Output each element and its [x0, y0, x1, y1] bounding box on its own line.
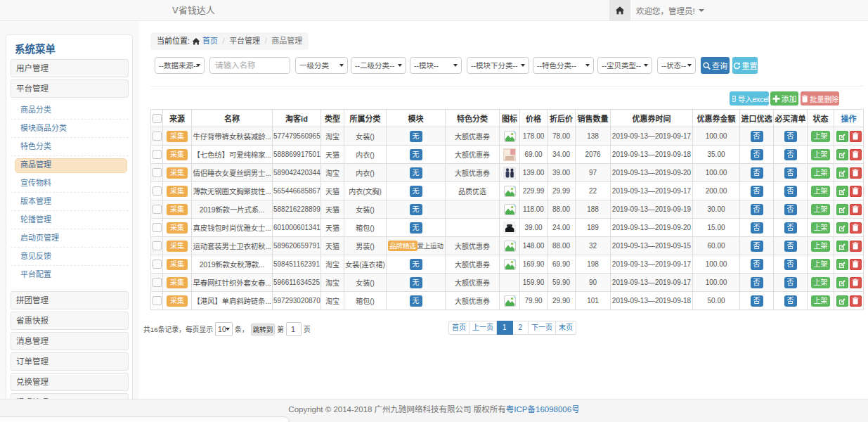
- row-checkbox[interactable]: [153, 223, 162, 232]
- row-checkbox[interactable]: [153, 241, 162, 250]
- sidebar-section-6[interactable]: 兑换管理: [11, 373, 129, 391]
- imported-badge[interactable]: 否: [751, 277, 763, 288]
- sidebar-item-7[interactable]: 启动页管理: [11, 229, 129, 248]
- row-checkbox[interactable]: [153, 168, 162, 177]
- delete-button[interactable]: [850, 241, 862, 252]
- row-checkbox[interactable]: [153, 132, 162, 141]
- item-type-select[interactable]: --宝贝类型--: [597, 57, 652, 74]
- pager-page-1[interactable]: 1: [497, 321, 513, 335]
- must-buy-badge[interactable]: 否: [784, 131, 797, 142]
- edit-button[interactable]: [836, 167, 848, 179]
- imported-badge[interactable]: 否: [751, 131, 763, 142]
- sidebar-item-0[interactable]: 商品分类: [11, 101, 129, 120]
- imported-badge[interactable]: 否: [751, 204, 763, 215]
- delete-button[interactable]: [850, 131, 862, 142]
- delete-button[interactable]: [850, 277, 862, 288]
- status-badge[interactable]: 上架: [811, 131, 830, 142]
- pager-first[interactable]: 首页: [448, 321, 469, 335]
- edit-button[interactable]: [836, 204, 848, 215]
- edit-button[interactable]: [836, 186, 848, 197]
- must-buy-badge[interactable]: 否: [784, 241, 797, 252]
- edit-button[interactable]: [836, 131, 848, 142]
- status-select[interactable]: --状态--: [657, 57, 696, 74]
- delete-button[interactable]: [850, 167, 862, 179]
- edit-button[interactable]: [836, 241, 848, 252]
- sidebar-item-3[interactable]: 商品管理: [11, 156, 129, 174]
- sidebar-section-2[interactable]: 拼团管理: [11, 291, 129, 309]
- sidebar-item-4[interactable]: 宣传物料: [11, 174, 129, 193]
- edit-button[interactable]: [836, 149, 848, 160]
- must-buy-badge[interactable]: 否: [784, 204, 797, 215]
- delete-button[interactable]: [850, 222, 862, 234]
- edit-button[interactable]: [836, 277, 848, 288]
- level1-select[interactable]: 一级分类: [295, 57, 348, 74]
- must-buy-badge[interactable]: 否: [784, 277, 797, 288]
- status-badge[interactable]: 上架: [811, 241, 830, 252]
- sidebar-item-1[interactable]: 模块商品分类: [11, 120, 129, 138]
- must-buy-badge[interactable]: 否: [784, 259, 797, 270]
- product-name-input[interactable]: [209, 57, 290, 74]
- status-badge[interactable]: 上架: [811, 259, 830, 270]
- breadcrumb-home-link[interactable]: 首页: [202, 32, 218, 50]
- row-checkbox[interactable]: [153, 150, 162, 159]
- icp-link[interactable]: 粤ICP备16098006号: [506, 405, 580, 414]
- must-buy-badge[interactable]: 否: [784, 149, 797, 160]
- module-sub-select[interactable]: --模块下分类--: [467, 57, 529, 74]
- status-badge[interactable]: 上架: [811, 277, 830, 288]
- must-buy-badge[interactable]: 否: [784, 167, 797, 179]
- sidebar-item-8[interactable]: 意见反馈: [11, 248, 129, 266]
- row-checkbox[interactable]: [153, 260, 162, 269]
- sidebar-section-4[interactable]: 消息管理: [11, 332, 129, 350]
- sidebar-item-6[interactable]: 轮播管理: [11, 211, 129, 229]
- imported-badge[interactable]: 否: [751, 149, 763, 160]
- level2-select[interactable]: --二级分类--: [351, 57, 406, 74]
- data-source-select[interactable]: --数据来源--: [155, 57, 205, 74]
- imported-badge[interactable]: 否: [751, 241, 763, 252]
- imported-badge[interactable]: 否: [751, 222, 763, 234]
- status-badge[interactable]: 上架: [811, 222, 830, 234]
- delete-button[interactable]: [850, 186, 862, 197]
- row-checkbox[interactable]: [153, 278, 162, 287]
- must-buy-badge[interactable]: 否: [784, 186, 797, 197]
- imported-badge[interactable]: 否: [751, 167, 763, 179]
- row-checkbox[interactable]: [153, 205, 162, 214]
- status-badge[interactable]: 上架: [811, 295, 830, 307]
- status-badge[interactable]: 上架: [811, 149, 830, 160]
- sidebar-section-5[interactable]: 订单管理: [11, 352, 129, 371]
- edit-button[interactable]: [836, 295, 848, 307]
- edit-button[interactable]: [836, 259, 848, 270]
- status-badge[interactable]: 上架: [811, 186, 830, 197]
- navbar-home-button[interactable]: [609, 0, 630, 20]
- sidebar-item-2[interactable]: 特色分类: [11, 138, 129, 156]
- sidebar-section-7[interactable]: 提现管理: [11, 393, 129, 399]
- import-excel-button[interactable]: 导入excel: [730, 91, 769, 106]
- sidebar-section-1[interactable]: 平台管理: [11, 79, 129, 98]
- imported-badge[interactable]: 否: [751, 259, 763, 270]
- user-menu[interactable]: 欢迎您，管理员!: [636, 0, 704, 20]
- delete-button[interactable]: [850, 259, 862, 270]
- imported-badge[interactable]: 否: [751, 186, 763, 197]
- edit-button[interactable]: [836, 222, 848, 234]
- must-buy-badge[interactable]: 否: [784, 295, 797, 307]
- row-checkbox[interactable]: [153, 186, 162, 196]
- search-button[interactable]: 查询: [701, 57, 730, 74]
- pager-next[interactable]: 下一页: [529, 321, 556, 335]
- sidebar-section-3[interactable]: 省惠快报: [11, 312, 129, 330]
- pager-last[interactable]: 末页: [556, 321, 576, 335]
- select-all-checkbox[interactable]: [153, 114, 162, 123]
- pager-page-2[interactable]: 2: [513, 321, 529, 335]
- sidebar-item-5[interactable]: 版本管理: [11, 193, 129, 211]
- feature-select[interactable]: --特色分类--: [533, 57, 594, 74]
- sidebar-item-9[interactable]: 平台配置: [11, 266, 129, 284]
- status-badge[interactable]: 上架: [811, 204, 830, 215]
- row-checkbox[interactable]: [153, 296, 162, 305]
- batch-delete-button[interactable]: 批量删除: [801, 91, 839, 106]
- status-badge[interactable]: 上架: [811, 167, 830, 179]
- pager-prev[interactable]: 上一页: [469, 321, 497, 335]
- module-select[interactable]: --模块--: [410, 57, 462, 74]
- delete-button[interactable]: [850, 204, 862, 215]
- must-buy-badge[interactable]: 否: [784, 222, 797, 234]
- reset-button[interactable]: 重置: [732, 57, 758, 74]
- imported-badge[interactable]: 否: [751, 295, 763, 307]
- delete-button[interactable]: [850, 295, 862, 307]
